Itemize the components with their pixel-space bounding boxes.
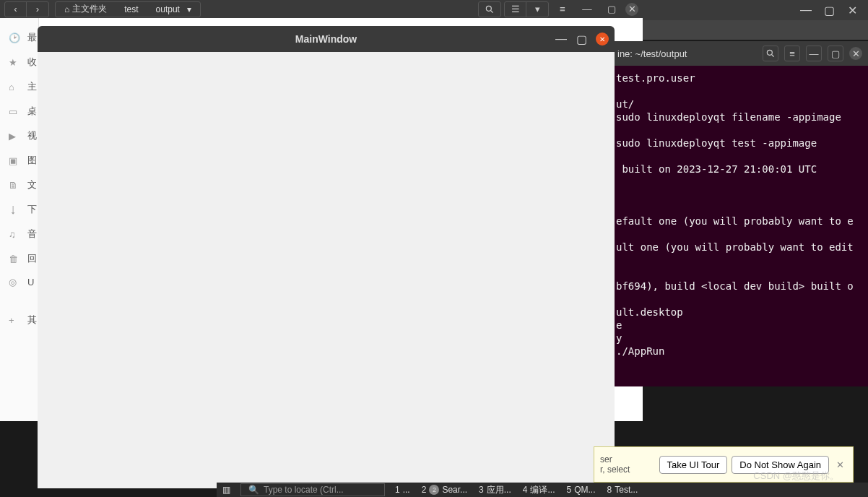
- doc-icon: 🗎: [9, 180, 20, 191]
- do-not-show-button[interactable]: Do Not Show Again: [732, 456, 829, 474]
- qt-titlebar: MainWindow — ▢ ✕: [38, 26, 615, 52]
- svg-point-0: [486, 6, 491, 11]
- sidebar-item-disc[interactable]: ◎U: [0, 271, 38, 293]
- video-icon: ▶: [9, 131, 20, 142]
- view-dropdown-button[interactable]: ▾: [526, 2, 548, 17]
- terminal-title: ine: ~/test/output: [617, 48, 687, 59]
- sidebar-toggle-icon[interactable]: ▥: [217, 485, 236, 495]
- minimize-button[interactable]: —: [806, 46, 822, 61]
- tour-text: serr, select: [600, 454, 655, 475]
- badge: 2: [429, 485, 439, 495]
- breadcrumb: ⌂ 主文件夹 test output ▾: [55, 1, 201, 17]
- close-button[interactable]: ✕: [625, 3, 638, 16]
- breadcrumb-item[interactable]: test: [116, 2, 147, 17]
- back-button[interactable]: ‹: [5, 2, 27, 17]
- svg-line-3: [772, 55, 774, 57]
- search-icon: 🔍: [248, 485, 259, 495]
- download-icon: ⭣: [9, 204, 20, 215]
- home-icon: ⌂: [9, 82, 20, 92]
- search-button[interactable]: [479, 2, 500, 17]
- disc-icon: ◎: [9, 277, 20, 288]
- menu-button[interactable]: ≡: [552, 2, 573, 17]
- sidebar-item-videos[interactable]: ▶视: [0, 124, 38, 148]
- music-icon: ♫: [9, 229, 20, 240]
- plus-icon: +: [9, 315, 20, 326]
- sidebar-item-starred[interactable]: ★收: [0, 50, 38, 74]
- take-tour-button[interactable]: Take UI Tour: [659, 456, 728, 474]
- sidebar-item-other[interactable]: +其: [0, 308, 38, 332]
- task-tab[interactable]: 8 Test...: [602, 485, 644, 495]
- svg-line-1: [491, 10, 493, 12]
- file-manager-sidebar: 🕑最 ★收 ⌂主 ▭桌 ▶视 ▣图 🗎文 ⭣下 ♫音 🗑回 ◎U +其: [0, 18, 39, 421]
- clock-icon: 🕑: [9, 33, 20, 43]
- star-icon: ★: [9, 57, 20, 68]
- sidebar-item-music[interactable]: ♫音: [0, 222, 38, 246]
- home-icon: ⌂: [64, 4, 69, 14]
- maximize-button[interactable]: ▢: [601, 2, 622, 17]
- task-tab[interactable]: 3 应用...: [473, 484, 517, 496]
- task-tab[interactable]: 4 编译...: [517, 484, 561, 496]
- forward-button[interactable]: ›: [27, 2, 48, 17]
- minimize-button[interactable]: —: [797, 4, 815, 17]
- maximize-button[interactable]: ▢: [820, 4, 838, 17]
- qt-main-window: MainWindow — ▢ ✕: [38, 26, 615, 488]
- locator-input[interactable]: 🔍 Type to locate (Ctrl...: [240, 483, 385, 496]
- window-title: MainWindow: [295, 33, 357, 45]
- maximize-button[interactable]: ▢: [828, 46, 843, 61]
- ide-background-window: — ▢ ✕: [641, 0, 868, 40]
- minimize-button[interactable]: —: [555, 33, 567, 45]
- image-icon: ▣: [9, 155, 20, 166]
- sidebar-item-trash[interactable]: 🗑回: [0, 246, 38, 271]
- breadcrumb-item[interactable]: output ▾: [147, 2, 200, 17]
- terminal-window: ine: ~/test/output ≡ — ▢ ✕ test.pro.user…: [612, 41, 868, 386]
- task-tab[interactable]: 2 2 Sear...: [416, 485, 473, 495]
- sidebar-item-home[interactable]: ⌂主: [0, 74, 38, 99]
- close-button[interactable]: ✕: [596, 33, 609, 46]
- sidebar-item-downloads[interactable]: ⭣下: [0, 197, 38, 222]
- list-view-button[interactable]: ☰: [505, 2, 526, 17]
- terminal-output[interactable]: test.pro.user ut/ sudo linuxdeployqt fil…: [612, 66, 868, 363]
- close-button[interactable]: ✕: [849, 47, 862, 60]
- menu-button[interactable]: ≡: [784, 46, 800, 61]
- search-button[interactable]: [763, 46, 778, 61]
- ui-tour-notification: serr, select Take UI Tour Do Not Show Ag…: [594, 446, 854, 483]
- sidebar-item-documents[interactable]: 🗎文: [0, 173, 38, 197]
- desktop-icon: ▭: [9, 106, 20, 117]
- sidebar-item-desktop[interactable]: ▭桌: [0, 99, 38, 124]
- file-manager-titlebar: ‹ › ⌂ 主文件夹 test output ▾: [0, 0, 643, 18]
- task-tab[interactable]: 5 QM...: [560, 485, 601, 495]
- task-tab[interactable]: 1 ...: [389, 485, 416, 495]
- sidebar-item-recent[interactable]: 🕑最: [0, 25, 38, 50]
- maximize-button[interactable]: ▢: [576, 33, 587, 45]
- close-button[interactable]: ✕: [843, 4, 861, 17]
- trash-icon: 🗑: [9, 254, 20, 264]
- breadcrumb-home[interactable]: ⌂ 主文件夹: [56, 2, 116, 17]
- minimize-button[interactable]: —: [576, 2, 598, 17]
- terminal-titlebar: ine: ~/test/output ≡ — ▢ ✕: [612, 41, 868, 66]
- svg-point-2: [767, 50, 772, 55]
- ide-taskbar: ▥ 🔍 Type to locate (Ctrl... 1 ... 2 2 Se…: [217, 483, 868, 497]
- dropdown-icon[interactable]: ▾: [187, 4, 191, 14]
- sidebar-item-pictures[interactable]: ▣图: [0, 148, 38, 173]
- close-icon[interactable]: ✕: [833, 459, 847, 470]
